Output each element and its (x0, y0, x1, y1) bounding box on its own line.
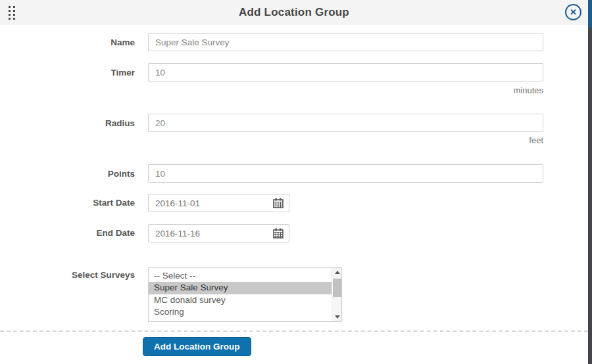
page-scrollbar-thumb[interactable] (588, 0, 592, 28)
start-date-label: Start Date (0, 198, 135, 208)
survey-option[interactable]: MC donald survey (149, 294, 332, 307)
timer-unit-text: minutes (148, 85, 543, 95)
name-input[interactable] (148, 33, 543, 51)
survey-option-selected[interactable]: Super Sale Survey (149, 282, 332, 294)
name-label: Name (0, 37, 135, 47)
timer-input[interactable] (148, 63, 543, 81)
survey-option[interactable]: Scoring (149, 306, 332, 319)
start-date-input[interactable] (148, 194, 289, 212)
end-date-label: End Date (0, 228, 135, 238)
add-location-group-panel: Add Location Group ✕ Name Timer minutes … (0, 0, 592, 364)
points-input[interactable] (148, 164, 543, 183)
close-icon[interactable]: ✕ (565, 4, 581, 20)
scroll-down-arrow-icon[interactable] (332, 312, 342, 321)
page-scrollbar[interactable] (588, 0, 592, 364)
survey-option[interactable]: -- Select -- (149, 268, 332, 282)
scrollbar-thumb[interactable] (333, 279, 341, 297)
radius-label: Radius (0, 118, 135, 128)
listbox-scrollbar (332, 268, 341, 321)
radius-input[interactable] (148, 114, 543, 132)
panel-title: Add Location Group (0, 0, 588, 25)
surveys-options: -- Select -- Super Sale Survey MC donald… (149, 268, 332, 321)
points-label: Points (0, 169, 135, 179)
scroll-up-arrow-icon[interactable] (332, 268, 342, 277)
timer-label: Timer (0, 68, 135, 78)
add-location-group-button[interactable]: Add Location Group (143, 337, 251, 356)
end-date-field (148, 224, 289, 242)
start-date-field (148, 194, 289, 212)
end-date-input[interactable] (148, 224, 289, 242)
dashed-separator (0, 330, 588, 332)
radius-unit-text: feet (148, 135, 543, 145)
select-surveys-label: Select Surveys (0, 270, 135, 280)
survey-option[interactable]: Feedback (149, 319, 332, 322)
panel-header: Add Location Group ✕ (0, 0, 588, 25)
surveys-listbox[interactable]: -- Select -- Super Sale Survey MC donald… (148, 267, 342, 322)
